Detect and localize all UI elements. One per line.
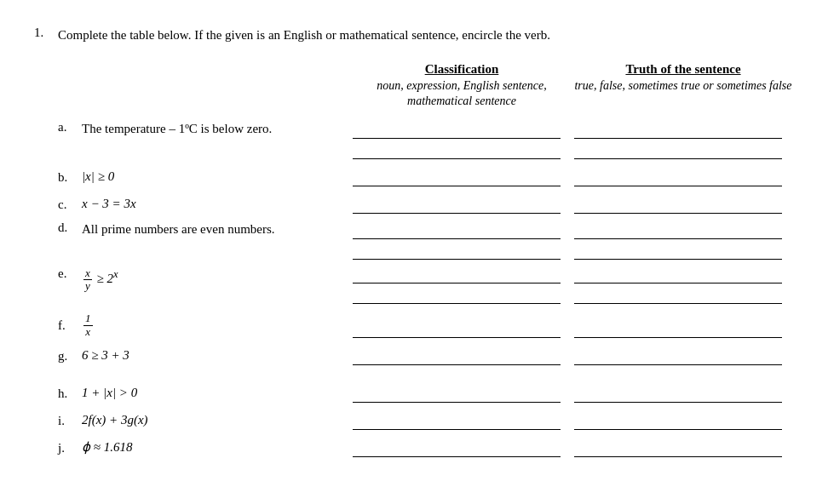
answer-line[interactable]: [574, 438, 782, 457]
fraction-x-y: x y: [83, 267, 92, 293]
item-content-a: The temperature – 1ºC is below zero.: [82, 118, 346, 139]
answer-line[interactable]: [353, 411, 561, 430]
table-row: f. 1 x: [58, 309, 794, 340]
item-content-i: 2f(x) + 3g(x): [82, 410, 346, 430]
item-content-f: 1 x: [82, 311, 346, 338]
classification-title: Classification: [351, 60, 572, 78]
fraction-numerator: 1: [83, 312, 93, 325]
answer-line[interactable]: [353, 346, 561, 365]
item-content-g: 6 ≥ 3 + 3: [82, 345, 346, 365]
table-headers: Classification noun, expression, English…: [58, 60, 794, 111]
classification-subtitle: noun, expression, English sentence, math…: [351, 78, 572, 111]
col-header-truth: Truth of the sentence true, false, somet…: [572, 60, 794, 111]
answer-line[interactable]: [353, 195, 561, 214]
question-container: 1. Complete the table below. If the give…: [34, 26, 794, 462]
items-list: a. The temperature – 1ºC is below zero. …: [58, 118, 794, 459]
answer-col-classification-h: [346, 384, 567, 404]
item-label-e: e.: [58, 265, 82, 281]
answer-col-classification-j: [346, 438, 567, 459]
item-content-c: x − 3 = 3x: [82, 193, 346, 214]
answer-line[interactable]: [574, 195, 782, 214]
answer-line[interactable]: [574, 319, 782, 338]
answer-line[interactable]: [574, 346, 782, 365]
item-label-g: g.: [58, 347, 82, 364]
item-content-h: 1 + |x| > 0: [82, 382, 346, 403]
answer-line[interactable]: [353, 220, 561, 239]
table-row: b. |x| ≥ 0: [58, 164, 794, 188]
item-label-a: a.: [58, 118, 82, 135]
fraction-1-x: 1 x: [83, 312, 93, 338]
answer-line[interactable]: [353, 120, 561, 139]
question-number: 1.: [34, 26, 51, 40]
answer-line[interactable]: [353, 168, 561, 186]
answer-col-classification-g: [346, 346, 567, 367]
answer-col-classification-e: [346, 265, 567, 306]
item-label-j: j.: [58, 439, 82, 455]
answer-col-truth-f: [567, 319, 789, 340]
answer-col-truth-e: [567, 265, 789, 306]
answer-col-truth-j: [567, 438, 789, 459]
answer-col-truth-h: [567, 384, 789, 404]
table-row: j. ϕ ≈ 1.618: [58, 435, 794, 459]
answer-line[interactable]: [353, 438, 561, 457]
truth-subtitle: true, false, sometimes true or sometimes…: [572, 78, 794, 94]
answer-line[interactable]: [574, 265, 782, 284]
answer-col-classification-d: [346, 220, 567, 261]
answer-line[interactable]: [353, 285, 561, 304]
item-label-f: f.: [58, 317, 82, 333]
item-content-j: ϕ ≈ 1.618: [82, 437, 346, 457]
fraction-numerator: x: [83, 267, 92, 280]
answer-col-truth-b: [567, 168, 789, 188]
table-row: d. All prime numbers are even numbers.: [58, 219, 794, 261]
col-header-classification: Classification noun, expression, English…: [351, 60, 572, 111]
answer-line[interactable]: [353, 384, 561, 403]
answer-line[interactable]: [353, 265, 561, 284]
answer-line[interactable]: [353, 241, 561, 260]
item-label-b: b.: [58, 169, 82, 185]
answer-col-classification-b: [346, 168, 567, 188]
item-label-i: i.: [58, 412, 82, 428]
table-row: h. 1 + |x| > 0: [58, 381, 794, 404]
item-content-d: All prime numbers are even numbers.: [82, 219, 346, 239]
answer-line[interactable]: [574, 411, 782, 430]
answer-line[interactable]: [574, 285, 782, 304]
answer-col-truth-g: [567, 346, 789, 367]
instruction-text: Complete the table below. If the given i…: [58, 26, 794, 45]
answer-col-truth-d: [567, 220, 789, 261]
table-row: c. x − 3 = 3x: [58, 192, 794, 215]
table-row: e. x y ≥ 2x: [58, 265, 794, 306]
question-body: Complete the table below. If the given i…: [58, 26, 794, 462]
answer-line[interactable]: [574, 384, 782, 403]
item-label-h: h.: [58, 385, 82, 401]
answer-line[interactable]: [353, 319, 561, 338]
answer-col-truth-i: [567, 411, 789, 432]
table-row: a. The temperature – 1ºC is below zero.: [58, 118, 794, 161]
answer-line[interactable]: [574, 220, 782, 239]
fraction-denominator: y: [83, 280, 92, 292]
answer-line[interactable]: [574, 168, 782, 186]
item-content-e: x y ≥ 2x: [82, 265, 346, 292]
answer-col-truth-a: [567, 120, 789, 161]
truth-title: Truth of the sentence: [572, 60, 794, 78]
gap-spacer: [58, 370, 794, 381]
item-label-c: c.: [58, 196, 82, 212]
answer-col-classification-i: [346, 411, 567, 432]
fraction-denominator: x: [83, 326, 92, 338]
table-row: i. 2f(x) + 3g(x): [58, 408, 794, 432]
answer-line[interactable]: [574, 120, 782, 139]
answer-col-classification-f: [346, 319, 567, 340]
answer-line[interactable]: [574, 241, 782, 260]
answer-line[interactable]: [353, 140, 561, 159]
item-label-d: d.: [58, 219, 82, 235]
answer-col-classification-a: [346, 120, 567, 161]
answer-col-truth-c: [567, 195, 789, 215]
item-content-b: |x| ≥ 0: [82, 166, 346, 186]
table-row: g. 6 ≥ 3 + 3: [58, 343, 794, 367]
answer-col-classification-c: [346, 195, 567, 215]
answer-line[interactable]: [574, 140, 782, 159]
